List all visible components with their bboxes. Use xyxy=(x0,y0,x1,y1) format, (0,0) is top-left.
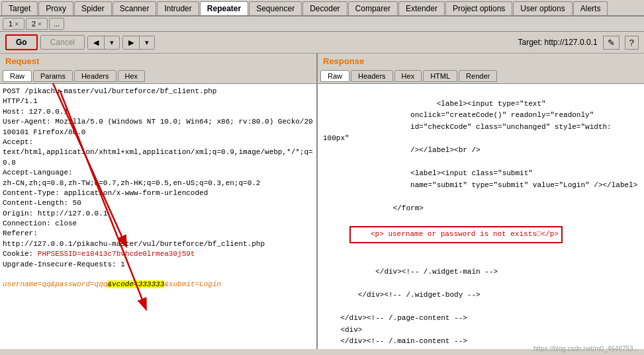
target-edit-button[interactable]: ✎ xyxy=(603,36,620,50)
request-text-area[interactable]: POST /pikachu-master/vul/burteforce/bf_c… xyxy=(0,84,316,349)
response-title: Response xyxy=(318,54,644,69)
more-tabs-button[interactable]: ... xyxy=(49,18,64,30)
tab-decoder[interactable]: Decoder xyxy=(302,1,347,15)
tab-project-options[interactable]: Project options xyxy=(445,1,512,15)
go-button[interactable]: Go xyxy=(5,34,38,50)
request-tab-params[interactable]: Params xyxy=(33,70,73,82)
main-content: Request Raw Params Headers Hex POST /pik… xyxy=(0,54,644,349)
repeater-tab-2[interactable]: 2 × xyxy=(26,18,48,30)
response-subtabs: Raw Headers Hex HTML Render xyxy=(318,69,644,84)
nav-forward-group: ▶ ▾ xyxy=(122,36,155,50)
repeater-toolbar: Go Cancel ◀ ▾ ▶ ▾ Target: http://127.0.0… xyxy=(0,32,644,54)
response-tab-render[interactable]: Render xyxy=(459,70,497,82)
tab-intruder[interactable]: Intruder xyxy=(157,1,199,15)
response-highlighted-p: <p> username or password is not exists□<… xyxy=(349,226,563,243)
response-tab-hex[interactable]: Hex xyxy=(394,70,422,82)
request-subtabs: Raw Params Headers Hex xyxy=(0,69,316,84)
top-tab-bar: Target Proxy Spider Scanner Intruder Rep… xyxy=(0,0,644,17)
request-scroll-area: POST /pikachu-master/vul/burteforce/bf_c… xyxy=(0,84,316,349)
watermark: https://blog.csdn.net/m0_4646753... xyxy=(533,345,639,352)
cancel-button[interactable]: Cancel xyxy=(40,35,85,50)
nav-back-group: ◀ ▾ xyxy=(87,36,120,50)
tab-spider[interactable]: Spider xyxy=(74,1,112,15)
response-tab-html[interactable]: HTML xyxy=(423,70,457,82)
request-tab-headers[interactable]: Headers xyxy=(74,70,116,82)
tab-sequencer[interactable]: Sequencer xyxy=(249,1,302,15)
edit-icon: ✎ xyxy=(608,38,615,48)
close-tab-2-icon[interactable]: × xyxy=(38,20,42,28)
post-data: username=qq&password=qqq&vcode=333333&su… xyxy=(3,280,221,288)
tab-alerts[interactable]: Alerts xyxy=(573,1,608,15)
request-title: Request xyxy=(0,54,316,69)
nav-forward-button[interactable]: ▶ xyxy=(123,36,140,49)
request-panel: Request Raw Params Headers Hex POST /pik… xyxy=(0,54,318,349)
tab-comparer[interactable]: Comparer xyxy=(348,1,398,15)
tab-target[interactable]: Target xyxy=(1,1,38,15)
numbered-tab-bar: 1 × 2 × ... xyxy=(0,17,644,32)
repeater-tab-1[interactable]: 1 × xyxy=(3,18,24,30)
response-panel: Response Raw Headers Hex HTML Render <la… xyxy=(318,54,644,349)
target-label: Target: http://127.0.0.1 xyxy=(518,38,597,47)
tab-extender[interactable]: Extender xyxy=(398,1,445,15)
nav-forward-dropdown[interactable]: ▾ xyxy=(140,36,154,49)
tab-repeater[interactable]: Repeater xyxy=(200,1,248,15)
cookie-value: PHPSESSID=e18413c7bvhcde0lrmea30j59t xyxy=(38,250,195,258)
response-tab-headers[interactable]: Headers xyxy=(351,70,393,82)
response-text-area[interactable]: <label><input type="text" onclick="creat… xyxy=(318,84,644,349)
tab-scanner[interactable]: Scanner xyxy=(113,1,157,15)
tab-user-options[interactable]: User options xyxy=(513,1,572,15)
nav-back-button[interactable]: ◀ xyxy=(88,36,105,49)
response-tab-raw[interactable]: Raw xyxy=(320,70,349,82)
help-icon: ? xyxy=(629,38,634,48)
help-button[interactable]: ? xyxy=(625,36,639,50)
tab-proxy[interactable]: Proxy xyxy=(38,1,73,15)
nav-back-dropdown[interactable]: ▾ xyxy=(105,36,119,49)
request-tab-raw[interactable]: Raw xyxy=(3,70,32,82)
close-tab-1-icon[interactable]: × xyxy=(15,20,19,28)
request-tab-hex[interactable]: Hex xyxy=(118,70,146,82)
